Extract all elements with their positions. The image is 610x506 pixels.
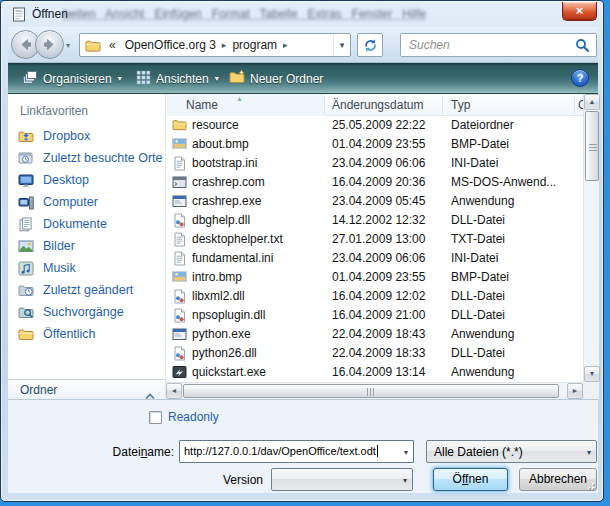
new-folder-icon	[229, 70, 245, 87]
open-button[interactable]: Öffnen	[433, 468, 508, 491]
help-icon: ?	[571, 69, 589, 87]
folders-label: Ordner	[20, 383, 57, 397]
readonly-label[interactable]: Readonly	[168, 410, 219, 424]
file-type: Anwendung	[451, 365, 514, 379]
pictures-icon	[18, 239, 36, 253]
scroll-left-button[interactable]: ◄	[166, 383, 182, 399]
file-row[interactable]: bootstrap.ini23.04.2009 06:06INI-Datei	[166, 154, 583, 173]
file-icon-image	[172, 270, 187, 285]
file-name: about.bmp	[192, 137, 249, 151]
breadcrumb[interactable]: « OpenOffice.org 3 ▸ program ▸ ▾	[79, 33, 351, 57]
readonly-checkbox[interactable]	[149, 411, 162, 424]
scroll-up-button[interactable]: ▲	[584, 94, 600, 110]
chevron-right-icon[interactable]: ▸	[282, 40, 289, 50]
forward-button[interactable]	[35, 30, 64, 59]
sidebar-item-label: Desktop	[43, 173, 89, 187]
file-row[interactable]: npsoplugin.dll16.04.2009 21:00DLL-Datei	[166, 306, 583, 325]
file-row[interactable]: python.exe22.04.2009 18:43Anwendung	[166, 325, 583, 344]
vertical-scrollbar[interactable]: ▲ ▼	[583, 94, 599, 382]
file-row[interactable]: crashrep.exe23.04.2009 05:45Anwendung	[166, 192, 583, 211]
column-divider[interactable]	[442, 96, 443, 114]
favorites-sidebar: Linkfavoriten DropboxZuletzt besuchte Or…	[8, 94, 165, 399]
file-row[interactable]: libxml2.dll16.04.2009 12:02DLL-Datei	[166, 287, 583, 306]
file-row[interactable]: resource25.05.2009 22:22Dateiordner	[166, 116, 583, 135]
views-grid-icon	[136, 70, 151, 88]
file-row[interactable]: dbghelp.dll14.12.2002 12:32DLL-Datei	[166, 211, 583, 230]
search-placeholder: Suchen	[409, 38, 450, 52]
file-modified-date: 22.04.2009 18:33	[332, 346, 425, 360]
address-dropdown-icon[interactable]: ▾	[333, 34, 350, 56]
sidebar-item[interactable]: Musik	[8, 257, 165, 279]
chevron-down-icon[interactable]: ▾	[404, 448, 408, 457]
recent-pages-dropdown-icon[interactable]: ▾	[66, 41, 70, 50]
column-divider[interactable]	[324, 96, 325, 114]
organize-layers-icon	[22, 70, 38, 88]
sidebar-item[interactable]: Desktop	[8, 169, 165, 191]
version-select[interactable]: ▾	[271, 468, 413, 491]
file-name: python26.dll	[192, 346, 257, 360]
column-divider[interactable]	[574, 96, 575, 114]
file-modified-date: 25.05.2009 22:22	[332, 118, 425, 132]
column-header-name[interactable]: Name	[186, 98, 218, 112]
folders-expander[interactable]: Ordner	[8, 379, 165, 399]
file-type: DLL-Datei	[451, 213, 505, 227]
file-row[interactable]: quickstart.exe16.04.2009 13:14Anwendung	[166, 363, 583, 382]
sort-ascending-icon[interactable]: ▲	[236, 95, 243, 102]
file-name: fundamental.ini	[192, 251, 273, 265]
file-icon-dos	[172, 175, 187, 190]
file-modified-date: 16.04.2009 13:14	[332, 365, 425, 379]
views-button[interactable]: Ansichten ▾	[130, 68, 225, 89]
new-folder-button[interactable]: Neuer Ordner	[223, 68, 329, 89]
filename-label: Dateiname:	[48, 445, 174, 459]
horizontal-scrollbar-thumb[interactable]	[183, 384, 559, 398]
views-label: Ansichten	[156, 72, 209, 86]
sidebar-item[interactable]: Zuletzt geändert	[8, 279, 165, 301]
sidebar-item[interactable]: Dokumente	[8, 213, 165, 235]
vertical-scrollbar-thumb[interactable]	[585, 111, 599, 181]
sidebar-item[interactable]: Suchvorgänge	[8, 301, 165, 323]
file-row[interactable]: python26.dll22.04.2009 18:33DLL-Datei	[166, 344, 583, 363]
refresh-button[interactable]	[357, 33, 383, 57]
file-list: ▲ Name Änderungsdatum Typ G resource25.0…	[165, 94, 598, 399]
sidebar-item-label: Öffentlich	[43, 327, 96, 341]
file-name: python.exe	[192, 327, 251, 341]
resize-grip[interactable]	[585, 480, 595, 490]
column-header-type[interactable]: Typ	[451, 98, 470, 112]
dropbox-icon	[18, 129, 36, 143]
column-header-modified[interactable]: Änderungsdatum	[332, 98, 423, 112]
sidebar-item[interactable]: Dropbox	[8, 125, 165, 147]
sidebar-item[interactable]: Bilder	[8, 235, 165, 257]
file-type: TXT-Datei	[451, 232, 505, 246]
breadcrumb-overflow-chevron[interactable]: «	[109, 38, 116, 52]
horizontal-scrollbar[interactable]: ◄ ►	[166, 382, 583, 399]
file-row[interactable]: crashrep.com16.04.2009 20:36MS-DOS-Anwen…	[166, 173, 583, 192]
file-icon-text	[172, 232, 187, 247]
file-row[interactable]: about.bmp01.04.2009 23:55BMP-Datei	[166, 135, 583, 154]
breadcrumb-segment[interactable]: OpenOffice.org 3	[120, 38, 221, 52]
file-row[interactable]: fundamental.ini23.04.2009 06:06INI-Datei	[166, 249, 583, 268]
titlebar[interactable]: Öffnen beiten Ansicht Einfügen Format Ta…	[1, 1, 603, 27]
scroll-right-button[interactable]: ►	[567, 383, 583, 399]
file-modified-date: 16.04.2009 21:00	[332, 308, 425, 322]
sidebar-item-label: Computer	[43, 195, 98, 209]
breadcrumb-segment[interactable]: program	[227, 38, 282, 52]
text-caret	[377, 445, 378, 457]
file-row[interactable]: desktophelper.txt27.01.2009 13:00TXT-Dat…	[166, 230, 583, 249]
sidebar-item[interactable]: Öffentlich	[8, 323, 165, 345]
organize-button[interactable]: Organisieren ▾	[16, 68, 128, 89]
filetype-select[interactable]: Alle Dateien (*.*) ▾	[426, 440, 597, 463]
sidebar-item[interactable]: Zuletzt besuchte Orte	[8, 147, 165, 169]
sidebar-item-label: Dropbox	[43, 129, 90, 143]
dialog-icon	[12, 7, 27, 26]
filename-input[interactable]: http://127.0.0.1/dav/OpenOffice/text.odt…	[179, 440, 414, 463]
close-button[interactable]: ×	[562, 2, 597, 21]
help-button[interactable]: ?	[571, 69, 589, 87]
scroll-down-button[interactable]: ▼	[584, 366, 600, 382]
filetype-value: Alle Dateien (*.*)	[434, 445, 523, 459]
sidebar-item[interactable]: Computer	[8, 191, 165, 213]
search-input[interactable]: Suchen	[400, 33, 597, 57]
file-row[interactable]: intro.bmp01.04.2009 23:55BMP-Datei	[166, 268, 583, 287]
file-icon-dll	[172, 289, 187, 304]
search-icon[interactable]	[575, 38, 590, 57]
searches-icon	[18, 305, 36, 319]
